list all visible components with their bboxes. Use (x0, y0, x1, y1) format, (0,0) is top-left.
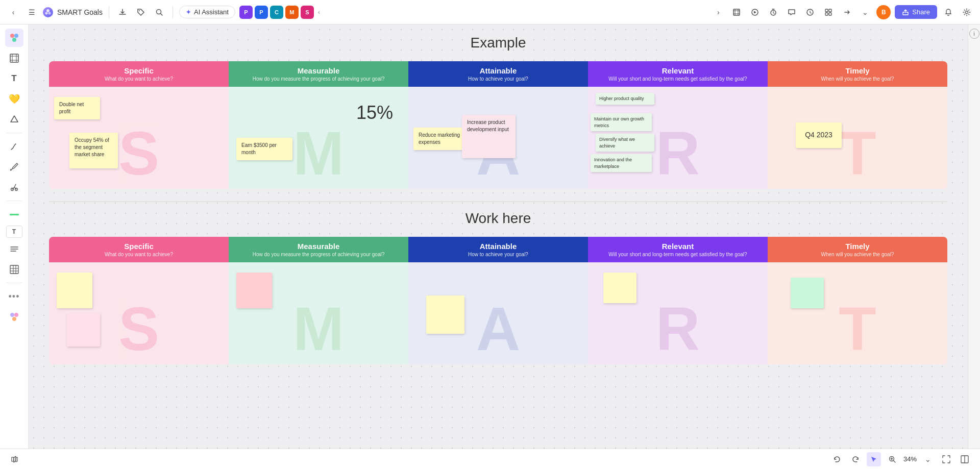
tool-chip-p1[interactable]: P (239, 6, 253, 19)
search-button[interactable] (152, 5, 166, 19)
text-tool[interactable]: T (5, 69, 23, 88)
timer-button[interactable] (766, 5, 780, 19)
sticky-earn[interactable]: Earn $3500 per month (236, 138, 292, 160)
share-label: Share (912, 8, 930, 16)
svg-point-0 (46, 9, 50, 12)
attainable-header: Attainable How to achieve your goal? (408, 61, 588, 87)
sticky-increase[interactable]: Increase product development input (462, 115, 516, 158)
menu-button[interactable]: ☰ (24, 5, 39, 19)
chat-button[interactable] (785, 5, 799, 19)
sticky-q4[interactable]: Q4 2023 (796, 122, 842, 148)
tool-chip-s[interactable]: S (301, 6, 314, 19)
zoom-level: 34% (903, 455, 917, 463)
specific-title: Specific (55, 66, 223, 75)
tag-button[interactable] (134, 5, 148, 19)
chevron-down-button[interactable]: ⌄ (858, 5, 872, 19)
specific-body[interactable]: S Double net profit Occupy 54% of the se… (49, 87, 229, 189)
back-button[interactable]: ‹ (6, 5, 20, 19)
tool-chip-p2[interactable]: P (255, 6, 268, 19)
measurable-title: Measurable (235, 66, 402, 75)
color-tool[interactable] (5, 29, 23, 47)
work-attainable-body[interactable]: A (408, 262, 588, 364)
brush-tool[interactable] (5, 158, 23, 176)
sidebar-divider-3 (6, 283, 22, 283)
work-here-section-title: Work here (49, 210, 947, 227)
line-tool[interactable] (5, 205, 23, 224)
sticky-occupy[interactable]: Occupy 54% of the segment market share (69, 133, 118, 168)
bottom-map-button[interactable] (8, 452, 22, 466)
play-button[interactable] (748, 5, 762, 19)
zoom-fit-button[interactable] (939, 452, 953, 466)
work-sticky-t1[interactable] (791, 278, 824, 308)
share-button[interactable]: Share (895, 5, 937, 19)
work-sticky-m1[interactable] (236, 273, 272, 308)
work-relevant-title: Relevant (594, 242, 762, 251)
palette-tool[interactable] (5, 308, 23, 326)
sticky-product-quality[interactable]: Higher product quality (596, 93, 654, 105)
attainable-body[interactable]: A Reduce marketing expenses Increase pro… (408, 87, 588, 189)
specific-sub: What do you want to achieve? (55, 76, 223, 82)
canvas-area[interactable]: Example Specific What do you want to ach… (29, 24, 968, 449)
sticky-innovation[interactable]: Innovation and the marketplace (591, 154, 652, 172)
pen-tool[interactable] (5, 137, 23, 156)
work-specific-body[interactable]: S (49, 262, 229, 364)
frame-button[interactable] (729, 5, 744, 19)
sticky-note-tool[interactable]: 💛 (5, 90, 23, 108)
work-timely-title: Timely (774, 242, 941, 251)
app-title: SMART Goals (57, 8, 103, 16)
timely-body[interactable]: T Q4 2023 (768, 87, 947, 189)
zoom-dropdown-button[interactable]: ⌄ (921, 452, 935, 466)
work-sticky-r1[interactable] (603, 273, 636, 303)
left-sidebar: T 💛 T ••• (0, 24, 29, 449)
text2-tool[interactable]: T (6, 226, 22, 238)
table-tool[interactable] (5, 260, 23, 279)
work-sticky-2[interactable] (67, 313, 100, 347)
sticky-double-profit[interactable]: Double net profit (54, 97, 100, 119)
ai-icon: ✦ (186, 9, 191, 16)
more-tool[interactable]: ••• (5, 287, 23, 306)
settings-button[interactable] (960, 5, 974, 19)
split-view-button[interactable] (958, 452, 972, 466)
zoom-in-button[interactable] (885, 452, 899, 466)
measurable-body[interactable]: M 15% Earn $3500 per month (229, 87, 408, 189)
svg-rect-12 (829, 13, 831, 15)
work-sticky-a1[interactable] (426, 295, 464, 334)
sidebar-divider-2 (6, 201, 22, 201)
list-tool[interactable] (5, 240, 23, 258)
shape-tool[interactable] (5, 110, 23, 129)
work-timely-body[interactable]: T (768, 262, 947, 364)
frame-tool[interactable] (5, 49, 23, 67)
timely-header: Timely When will you achieve the goal? (768, 61, 947, 87)
cursor-tool-btn[interactable] (867, 452, 881, 466)
grid-button[interactable] (821, 5, 836, 19)
expand-button[interactable]: › (711, 5, 725, 19)
sticky-diversify[interactable]: Diversify what we achieve (596, 134, 654, 152)
cut-tool[interactable] (5, 178, 23, 196)
relevant-body[interactable]: R Higher product quality Maintain our ow… (588, 87, 768, 189)
undo-button[interactable] (830, 452, 844, 466)
tool-chip-c[interactable]: C (270, 6, 283, 19)
sticky-metrics[interactable]: Maintain our own growth metrics (591, 113, 652, 131)
example-smart-board: Specific What do you want to achieve? S … (49, 61, 947, 189)
work-measurable-body[interactable]: M (229, 262, 408, 364)
relevant-header: Relevant Will your short and long-term n… (588, 61, 768, 87)
nav-divider-2 (173, 6, 173, 18)
tool-chip-m[interactable]: M (285, 6, 299, 19)
percentage-display: 15% (356, 102, 393, 124)
arrow-button[interactable] (840, 5, 854, 19)
svg-rect-10 (829, 9, 831, 12)
work-col-timely: Timely When will you achieve the goal? T (768, 237, 947, 364)
history-button[interactable] (803, 5, 817, 19)
redo-button[interactable] (848, 452, 863, 466)
info-button[interactable]: i (969, 29, 979, 39)
work-timely-sub: When will you achieve the goal? (774, 252, 941, 257)
work-sticky-1[interactable] (57, 273, 92, 308)
ai-assistant-button[interactable]: ✦ AI Assistant (179, 6, 235, 18)
collapse-button[interactable]: ‹ (318, 9, 320, 16)
sticky-reduce[interactable]: Reduce marketing expenses (413, 128, 470, 150)
notification-button[interactable] (941, 5, 955, 19)
download-button[interactable] (115, 5, 130, 19)
work-col-relevant: Relevant Will your short and long-term n… (588, 237, 768, 364)
work-relevant-body[interactable]: R (588, 262, 768, 364)
work-attainable-sub: How to achieve your goal? (414, 252, 582, 257)
